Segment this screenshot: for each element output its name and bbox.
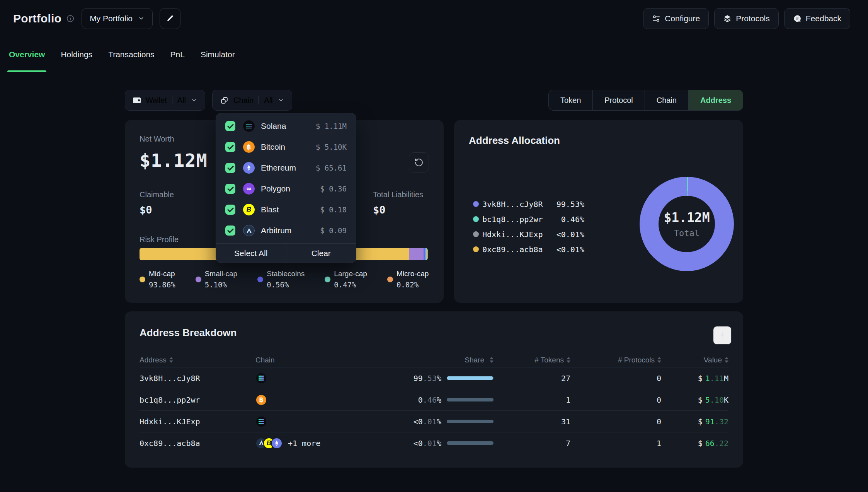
- column-header-share[interactable]: Share: [398, 356, 494, 364]
- donut-center-value: $1.12M: [664, 210, 710, 225]
- breakdown-title: Address Breakdown: [140, 327, 728, 339]
- wallet-filter-button[interactable]: Wallet All: [125, 90, 205, 111]
- chain-option-ethereum[interactable]: Ethereum$ 65.61: [216, 157, 356, 178]
- cell-chain: B+1 more: [255, 437, 398, 449]
- address-allocation-card: Address Allocation 3vk8H...cJy8R99.53%bc…: [454, 120, 743, 303]
- legend-dot: [473, 216, 479, 222]
- arbitrum-icon: [243, 225, 255, 236]
- legend-dot: [473, 246, 479, 252]
- breakdown-table: AddressChainShare# Tokens# ProtocolsValu…: [140, 353, 728, 454]
- polygon-icon: ∞: [243, 183, 255, 195]
- more-chains-label: +1 more: [288, 439, 320, 448]
- table-row[interactable]: Hdxki...KJExp<0.01%310$91.32: [140, 411, 728, 432]
- share-int: <0: [414, 417, 423, 426]
- chain-option-value: $ 5.10K: [316, 143, 347, 151]
- solana-icon: [255, 416, 267, 427]
- header-actions: ConfigureProtocolsFeedback: [643, 8, 850, 29]
- pencil-icon: [166, 14, 174, 22]
- cell-share: <0.01%: [398, 417, 494, 426]
- checkbox-checked[interactable]: [225, 142, 235, 152]
- share-dec: .01: [423, 439, 437, 448]
- column-header-tokens[interactable]: # Tokens: [494, 356, 570, 364]
- column-label: Share: [465, 356, 484, 364]
- legend-pct: 93.86%: [149, 280, 175, 289]
- allocation-title: Address Allocation: [469, 135, 728, 147]
- protocols-label: Protocols: [736, 14, 770, 23]
- cell-chain: ฿: [255, 394, 398, 406]
- table-body: 3vk8H...cJy8R99.53%270$1.11Mbc1q8...pp2w…: [140, 367, 728, 454]
- checkbox-checked[interactable]: [225, 184, 235, 194]
- select-all-button[interactable]: Select All: [216, 244, 286, 263]
- column-header-protocols[interactable]: # Protocols: [570, 356, 661, 364]
- clear-button[interactable]: Clear: [286, 244, 356, 263]
- tab-overview[interactable]: Overview: [9, 37, 45, 72]
- chain-option-name: Bitcoin: [261, 142, 285, 152]
- chain-filter-value: All: [264, 96, 272, 105]
- tab-pnl[interactable]: PnL: [170, 37, 185, 72]
- configure-label: Configure: [665, 14, 700, 23]
- tab-transactions[interactable]: Transactions: [108, 37, 154, 72]
- tab-simulator[interactable]: Simulator: [201, 37, 235, 72]
- chain-option-value: $ 0.36: [320, 184, 347, 193]
- donut-center-label: Total: [674, 228, 700, 238]
- filter-row: Wallet All Chain All TokenProtocolChainA…: [125, 90, 743, 111]
- wallet-icon: [133, 97, 141, 103]
- cell-protocols: 0: [570, 417, 661, 426]
- toggle-protocol[interactable]: Protocol: [592, 90, 644, 110]
- configure-button[interactable]: Configure: [643, 8, 709, 29]
- legend-dot: [140, 277, 145, 282]
- chain-option-bitcoin[interactable]: ฿Bitcoin$ 5.10K: [216, 137, 356, 157]
- table-row[interactable]: 0xc89...acb8aB+1 more<0.01%71$66.22: [140, 432, 728, 454]
- tab-holdings[interactable]: Holdings: [61, 37, 92, 72]
- solana-icon: [243, 120, 255, 132]
- legend-texts: Stablecoins0.56%: [267, 270, 305, 289]
- chain-filter-button[interactable]: Chain All: [212, 90, 292, 111]
- legend-name: Stablecoins: [267, 270, 305, 278]
- checkbox-checked[interactable]: [225, 226, 235, 236]
- address-breakdown-card: Address Breakdown AddressChainShare# Tok…: [125, 311, 743, 468]
- legend-dot: [387, 277, 393, 282]
- bitcoin-icon: ฿: [243, 141, 255, 153]
- column-header-address[interactable]: Address: [140, 356, 255, 364]
- chain-option-polygon[interactable]: ∞Polygon$ 0.36: [216, 178, 356, 199]
- liabilities-label: Total Liabilities: [373, 190, 423, 199]
- value-dec: .11: [710, 374, 724, 383]
- protocols-button[interactable]: Protocols: [714, 8, 779, 29]
- cell-value: $66.22: [661, 439, 728, 448]
- allocation-legend: 3vk8H...cJy8R99.53%bc1q8...pp2wr0.46%Hdx…: [473, 196, 584, 257]
- legend-address: Hdxki...KJExp: [482, 230, 543, 239]
- edit-portfolio-button[interactable]: [160, 8, 180, 29]
- info-icon: [66, 14, 75, 23]
- value-currency: $: [698, 395, 703, 405]
- chain-option-blast[interactable]: BBlast$ 0.18: [216, 199, 356, 220]
- toggle-chain[interactable]: Chain: [645, 90, 688, 110]
- solana-icon: [255, 372, 267, 384]
- cell-protocols: 0: [570, 374, 661, 383]
- share-bar: [447, 441, 494, 445]
- checkbox-checked[interactable]: [225, 121, 235, 131]
- cell-protocols: 1: [570, 439, 661, 448]
- sort-icon: [657, 357, 661, 363]
- chain-option-arbitrum[interactable]: Arbitrum$ 0.09: [216, 220, 356, 241]
- share-int: 99: [414, 374, 423, 383]
- toggle-address[interactable]: Address: [688, 90, 743, 110]
- chain-icon-stack: [255, 372, 267, 384]
- divider: [259, 96, 259, 104]
- refresh-button[interactable]: [409, 152, 429, 173]
- liabilities-value: $0: [373, 204, 423, 216]
- portfolio-selector[interactable]: My Portfolio: [82, 8, 153, 29]
- layers-icon: [723, 14, 732, 23]
- chevron-down-icon: [191, 97, 197, 103]
- checkbox-checked[interactable]: [225, 163, 235, 173]
- chain-option-solana[interactable]: Solana$ 1.11M: [216, 116, 356, 137]
- feedback-button[interactable]: Feedback: [784, 8, 850, 29]
- value-int: 91: [705, 417, 715, 426]
- blocks-icon: [220, 96, 228, 104]
- table-row[interactable]: 3vk8H...cJy8R99.53%270$1.11M: [140, 367, 728, 389]
- checkbox-checked[interactable]: [225, 205, 235, 215]
- toggle-token[interactable]: Token: [549, 90, 592, 110]
- legend-pct: 0.47%: [334, 280, 367, 289]
- table-row[interactable]: bc1q8...pp2wr฿0.46%10$5.10K: [140, 389, 728, 411]
- download-button[interactable]: [713, 326, 732, 345]
- column-header-value[interactable]: Value: [661, 356, 728, 364]
